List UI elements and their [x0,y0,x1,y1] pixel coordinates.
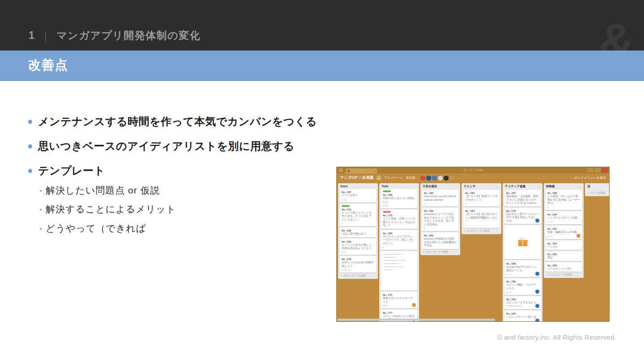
trello-card[interactable]: No. 275検索のサジェストキーワード☑1 ≡ [381,292,417,308]
add-card-link[interactable]: ＋ カードを追加 [585,190,610,196]
card-text: ビューワ内しコメントを本に戻る、すぐに読むアドしてほしい。 [342,211,374,222]
card-number: No. 177 [383,311,415,315]
trello-card[interactable]: No. 282[android] ビューワー読み進めてるタイミングで落ちることが… [422,208,458,231]
card-badges-meta: ≡ ✓1 [506,291,539,294]
sub-bullet-text: 解決したい問題点 or 仮説 [46,184,160,197]
card-badges-meta: ≡ [424,202,457,205]
trello-card[interactable]: No. 288Google Playでのポイント還元レートも。≡ ✓1 [504,261,541,277]
card-badges-meta: ≡ ☑1 [342,198,374,201]
card-text: 小説に宣伝重ねる？ [342,232,374,236]
trello-card[interactable]: No. 286ユアカウントと済み [546,262,582,272]
sub-bullet-item: どうやって（できれば [40,222,146,235]
add-card-link[interactable]: ＋ さらにカードを追加 [544,272,584,278]
trello-card[interactable]: No. 287アプリを防ぐ≡ ☑1 [340,189,376,202]
close-button[interactable] [602,168,608,173]
minimize-button[interactable] [587,168,593,173]
list-menu-icon[interactable]: ⋯ [538,185,540,188]
list-menu-icon[interactable]: ⋯ [455,185,458,188]
copyright-text: © and factory,inc. All Rights Reserved. [497,333,616,341]
card-text: 【テスト中】検索ワードでのサポイント [465,195,498,202]
trello-list: 不具合報告⋯No. 280https://trello.com/b/m23lm2… [420,183,460,255]
board-menu-link[interactable]: ⋯ ボードメニューを表示 [570,176,606,180]
trello-card[interactable]: No. 288よち雑誌『UP』以上で発揮を考える特集（ユーザー向け）≡ [546,190,582,210]
board-visibility[interactable]: プライベート [384,176,403,180]
trello-card[interactable] [381,251,417,290]
maximize-button[interactable] [594,168,601,173]
bullet-item: テンプレート [28,164,105,178]
list-title: アイディア提案 [505,185,525,189]
card-badges-meta: ≡ [383,246,415,248]
member-avatars [420,176,454,181]
trello-card[interactable]: No. 281特集・編集部さんの特集≡ ✓1 [546,226,582,239]
trello-card[interactable]: No. 283[android] 作画補正の状態の読み替わりと画面遷移が不安定 [422,232,458,249]
trello-screenshot-window: × ボード | Trello マンガUP！企画案 ☆ プライベート 本社用 ⋯ … [336,167,610,322]
list-menu-icon[interactable]: ⋯ [414,185,417,188]
trello-card[interactable]: No. 282ダウンロードできるビューワーページ [504,296,541,309]
member-avatar[interactable] [420,176,425,181]
trello-card[interactable]: No. 284マンガレ [546,240,582,250]
member-avatar[interactable] [426,176,431,181]
trello-card[interactable]: No. 288特集が見えるように改稿したい≡ ☑1 [381,189,417,208]
trello-card[interactable] [504,225,541,259]
card-member-avatar [535,272,539,276]
sub-bullet-dot-icon [40,190,42,192]
trello-card[interactable]: No. 275ストア登録（月額ページの購入レコメンド）で以上が良い？ [381,210,417,229]
add-card-link[interactable]: ＋ さらにカードを追加 [420,249,460,255]
member-avatar[interactable] [449,176,454,181]
card-number: No. 282 [506,298,539,301]
list-header: 済⋯ [585,183,610,189]
card-text: タページの外出が難しく、画面を読めるようにしたい。 [342,244,374,254]
list-header: アイディア提案⋯ [503,183,542,189]
trello-card[interactable]: No. 279ビューワ内しコメントを本に戻る、すぐに読むアドしてほしい。≡ [340,204,376,227]
trello-card[interactable]: No. 278up作りづらCloudに画像登録しよう≡ ☑1 ✓1 [340,256,376,273]
trello-card[interactable]: No. 289ログイン機能・マルチデバイス≡ ✓1 [504,278,541,295]
slide-header-title: 1｜マンガアプリ開発体制の変化 [29,29,201,42]
trello-list: 済⋯＋ カードを追加 [585,183,610,196]
card-number: No. 287 [342,190,374,194]
bullet-item: 思いつきベースのアイディアリストを別に用意する [28,139,295,153]
card-number: No. 288 [383,193,415,197]
horizontal-scrollbar[interactable] [337,319,495,321]
board-team[interactable]: 本社用 [406,176,415,180]
card-text: ダウンロードできるビューワーページ [506,301,539,308]
card-text: 検索のサジェストキーワード [383,297,415,303]
card-badges-meta: ≡ [342,222,374,225]
star-icon[interactable]: ☆ [377,176,381,180]
card-member-avatar [576,234,580,238]
card-label [383,211,391,213]
list-menu-icon[interactable]: ⋯ [496,185,499,188]
card-badges-meta: ≡ ☑1 ✓1 [342,269,374,271]
trello-card[interactable]: No. 287これとこのページ防ぐる✓1 [504,311,541,322]
card-label [383,190,391,192]
list-header: Issue⋯ [338,183,378,189]
trello-card[interactable]: No. 280https://trello.com/b/m23lm2radioa… [422,190,458,206]
trello-card[interactable]: No. 283タページの外出が難しく、画面を読めるようにしたい。 [340,239,376,255]
member-avatar[interactable] [438,176,443,181]
member-avatar[interactable] [432,176,437,181]
browser-tab[interactable]: × [346,168,377,173]
list-title: テスト中 [464,185,475,189]
trello-card[interactable]: No. 285【テスト中】検索ワードでのサポイント≡ [463,190,500,206]
trello-card[interactable]: No. 285検証 [546,251,582,261]
favicon-icon [347,170,350,172]
trello-list: Issue⋯No. 287アプリを防ぐ≡ ☑1No. 279ビューワ内しコメント… [338,183,378,279]
card-text: ログイン機能・マルチデバイス [506,283,539,290]
list-menu-icon[interactable]: ⋯ [373,185,376,188]
card-member-avatar [535,219,539,223]
trello-card[interactable]: No. 287面白斬新、小説掲載、横画テキスト評価を元々のデザインにする by … [504,190,541,206]
tab-close-icon[interactable]: × [373,170,375,173]
trello-card[interactable]: No. 290シングルとログイン特典≡ ✓1 [546,211,582,225]
trello-card[interactable]: No. 284【テスト中】毎日分のポイント残額管理機能をいれたい≡ [463,208,500,228]
list-menu-icon[interactable]: ⋯ [579,185,581,188]
add-card-link[interactable]: ＋ さらにカードを追加 [462,228,501,234]
member-avatar[interactable] [444,176,449,181]
bullet-text: テンプレート [38,164,105,178]
trello-card[interactable]: No. 286キャラムックのプロフィールデバイス（新しいbyみたい）≡ [381,230,417,250]
trello-card[interactable]: No. 278読み終わり際ワードのユーザの今週を発見してほしがる [504,208,541,224]
board-title[interactable]: マンガUP！企画案 [340,175,374,181]
card-text: 【テスト中】毎日分のポイント残額管理機能をいれたい [465,213,498,223]
card-number: No. 288 [506,262,539,265]
trello-card[interactable]: No. 282小説に宣伝重ねる？ [340,227,376,237]
add-card-link[interactable]: ＋ さらにカードを追加 [338,273,378,279]
card-badges-meta: ≡ ☑1 [383,204,415,207]
